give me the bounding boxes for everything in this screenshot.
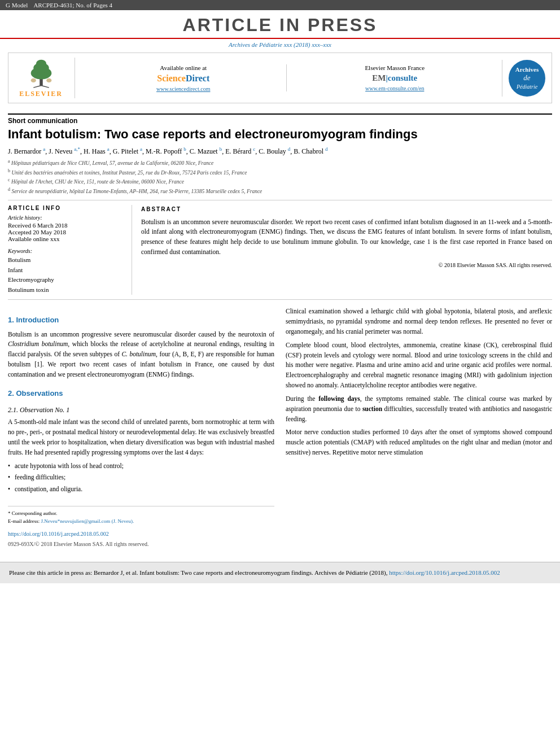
article-info-col: ARTICLE INFO Article history: Received 6… — [8, 205, 132, 295]
elsevier-logo: ELSEVIER — [13, 58, 75, 98]
subsection1-heading: 2.1. Observation No. 1 — [8, 405, 274, 416]
bullet-item-2: feeding difficulties; — [8, 473, 274, 483]
citation-text: Please cite this article in press as: Be… — [9, 569, 387, 576]
mid-divider — [8, 200, 552, 200]
accepted-date: Accepted 20 May 2018 — [8, 229, 125, 235]
right-para2: Complete blood count, blood electrolytes… — [286, 340, 552, 391]
section2-heading: 2. Observations — [8, 388, 274, 399]
authors-text: J. Bernardor a, J. Neveu a,*, H. Haas a,… — [8, 147, 328, 155]
affil-a: a Hôpitaux pédiatriques de Nice CHU, Len… — [8, 158, 552, 167]
svg-line-1 — [33, 86, 41, 88]
citation-bar: Please cite this article in press as: Be… — [0, 562, 560, 583]
main-content: Short communication Infant botulism: Two… — [0, 107, 560, 553]
body-section: 1. Introduction Botulism is an uncommon … — [8, 307, 552, 548]
top-bar: G Model ARCPED-4631; No. of Pages 4 — [0, 0, 560, 10]
body-right: Clinical examination showed a lethargic … — [286, 307, 552, 548]
abstract-col: ABSTRACT Botulism is an uncommon severe … — [141, 205, 552, 295]
archives-logo: Archives de Pédiatrie — [502, 60, 547, 97]
bullet-item-3: constipation, and oliguria. — [8, 484, 274, 495]
history-label: Article history: — [8, 215, 125, 221]
keywords-label: Keywords: — [8, 248, 125, 254]
keyword-3: Electromyography — [8, 275, 125, 285]
corresponding-label: * Corresponding author. — [8, 510, 274, 518]
email-line: E-mail address: J.Neveu*neuvujulien@gmai… — [8, 518, 274, 526]
citation-doi-link[interactable]: https://doi.org/10.1016/j.arcped.2018.05… — [389, 569, 500, 576]
email-label: E-mail address: — [8, 518, 40, 524]
article-title: Infant botulism: Two case reports and el… — [8, 127, 552, 142]
elsevier-masson-label: Elsevier Masson France — [292, 64, 498, 71]
em-consulte-url[interactable]: www.em-consulte.com/en — [365, 85, 424, 91]
body-divider — [8, 299, 552, 300]
publisher-header: ELSEVIER Available online at ScienceDire… — [8, 53, 552, 103]
keyword-1: Botulism — [8, 255, 125, 265]
right-para1: Clinical examination showed a lethargic … — [286, 307, 552, 337]
g-model-label: G Model — [6, 2, 28, 8]
article-info-heading: ARTICLE INFO — [8, 205, 125, 211]
svg-line-2 — [41, 86, 49, 88]
info-abstract-section: ARTICLE INFO Article history: Received 6… — [8, 205, 552, 295]
keyword-2: Infant — [8, 265, 125, 276]
sciencedirect-url[interactable]: www.sciencedirect.com — [156, 86, 210, 92]
subsection1-para: A 5-month-old male infant was the second… — [8, 417, 274, 457]
bullet-item-1: acute hypotonia with loss of head contro… — [8, 461, 274, 471]
elsevier-tree-icon — [21, 58, 61, 89]
abstract-heading: ABSTRACT — [141, 205, 552, 214]
affil-b: b Unité des bactéries anaérobies et toxi… — [8, 168, 552, 177]
section1-para1: Botulism is an uncommon progressive seve… — [8, 330, 274, 380]
right-para3: During the following days, the symptoms … — [286, 394, 552, 424]
available-date: Available online xxx — [8, 235, 125, 242]
em-consulte-logo: EM|consulte — [292, 73, 498, 83]
publisher-right: Elsevier Masson France EM|consulte www.e… — [286, 64, 498, 91]
archives-badge: Archives de Pédiatrie — [509, 60, 545, 97]
body-left: 1. Introduction Botulism is an uncommon … — [8, 307, 274, 548]
doi-footer: https://doi.org/10.1016/j.arcped.2018.05… — [8, 530, 274, 539]
article-type: Short communication — [8, 117, 552, 125]
abstract-text: Botulism is an uncommon severe neuromusc… — [141, 217, 552, 257]
journal-link: Archives de Pédiatrie xxx (2018) xxx–xxx — [0, 39, 560, 49]
keyword-4: Botulinum toxin — [8, 285, 125, 295]
svg-point-7 — [46, 78, 51, 82]
affiliations: a Hôpitaux pédiatriques de Nice CHU, Len… — [8, 158, 552, 195]
footnote-area: * Corresponding author. E-mail address: … — [8, 506, 274, 525]
elsevier-label: ELSEVIER — [19, 90, 63, 98]
copyright-footer: 0929-693X/© 2018 Elsevier Masson SAS. Al… — [8, 540, 274, 549]
section1-heading: 1. Introduction — [8, 314, 274, 326]
keywords-list: Botulism Infant Electromyography Botulin… — [8, 255, 125, 295]
svg-point-5 — [36, 60, 46, 68]
doi-link[interactable]: https://doi.org/10.1016/j.arcped.2018.05… — [8, 531, 109, 537]
affil-c: c Hôpital de l'Archet, CHU de Nice, 151,… — [8, 177, 552, 186]
article-in-press-banner: ARTICLE IN PRESS — [0, 10, 560, 39]
arcped-label: ARCPED-4631; No. of Pages 4 — [33, 2, 112, 8]
abstract-copyright: © 2018 Elsevier Masson SAS. All rights r… — [141, 261, 552, 270]
publisher-middle: Available online at ScienceDirect www.sc… — [81, 64, 286, 92]
email-link[interactable]: J.Neveu*neuvujulien@gmail.com (J. Neveu)… — [41, 518, 134, 524]
journal-link-text: Archives de Pédiatrie xxx (2018) xxx–xxx — [229, 41, 331, 48]
svg-rect-0 — [40, 78, 43, 86]
sciencedirect-logo: ScienceDirect — [81, 73, 286, 84]
svg-point-6 — [30, 78, 36, 82]
authors: J. Bernardor a, J. Neveu a,*, H. Haas a,… — [8, 146, 552, 156]
top-divider — [8, 113, 552, 115]
right-para4: Motor nerve conduction studies performed… — [286, 427, 552, 457]
available-online-text: Available online at — [81, 64, 286, 71]
received-date: Received 6 March 2018 — [8, 222, 125, 229]
symptom-list: acute hypotonia with loss of head contro… — [8, 461, 274, 495]
affil-d: d Service de neuropédiatrie, hôpital La … — [8, 186, 552, 195]
